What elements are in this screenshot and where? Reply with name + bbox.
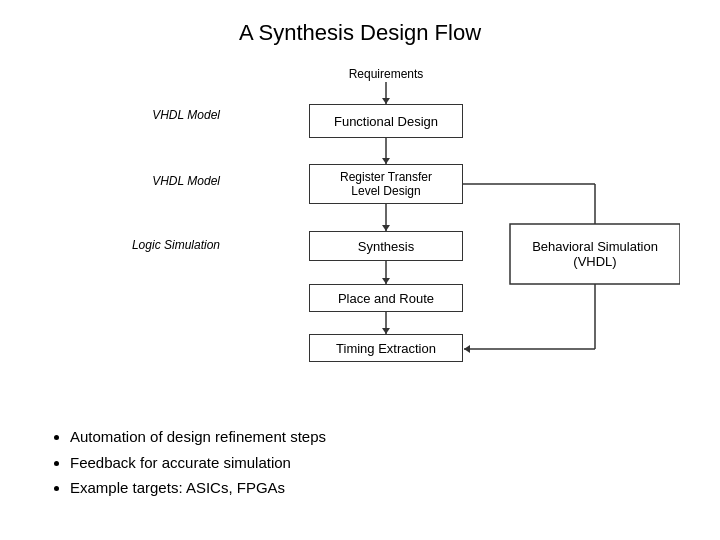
functional-design-box: Functional Design: [309, 104, 463, 138]
svg-text:Requirements: Requirements: [349, 67, 424, 81]
vhdl-model-1: VHDL Model: [120, 108, 220, 122]
page-title: A Synthesis Design Flow: [40, 20, 680, 46]
place-and-route-box: Place and Route: [309, 284, 463, 312]
bullet-list: Automation of design refinement steps Fe…: [40, 424, 680, 501]
page: A Synthesis Design Flow Requirements: [0, 0, 720, 540]
bullet-3: Example targets: ASICs, FPGAs: [70, 475, 680, 501]
behavioral-simulation-box: Behavioral Simulation (VHDL): [510, 224, 680, 284]
behavioral-sim-line2: (VHDL): [573, 254, 616, 269]
diagram-area: Requirements: [40, 56, 680, 416]
bullet-1: Automation of design refinement steps: [70, 424, 680, 450]
timing-extraction-box: Timing Extraction: [309, 334, 463, 362]
synthesis-box: Synthesis: [309, 231, 463, 261]
behavioral-sim-line1: Behavioral Simulation: [532, 239, 658, 254]
svg-marker-16: [464, 345, 470, 353]
register-transfer-box: Register Transfer Level Design: [309, 164, 463, 204]
bullet-2: Feedback for accurate simulation: [70, 450, 680, 476]
logic-simulation-label: Logic Simulation: [100, 238, 220, 252]
vhdl-model-2: VHDL Model: [120, 174, 220, 188]
